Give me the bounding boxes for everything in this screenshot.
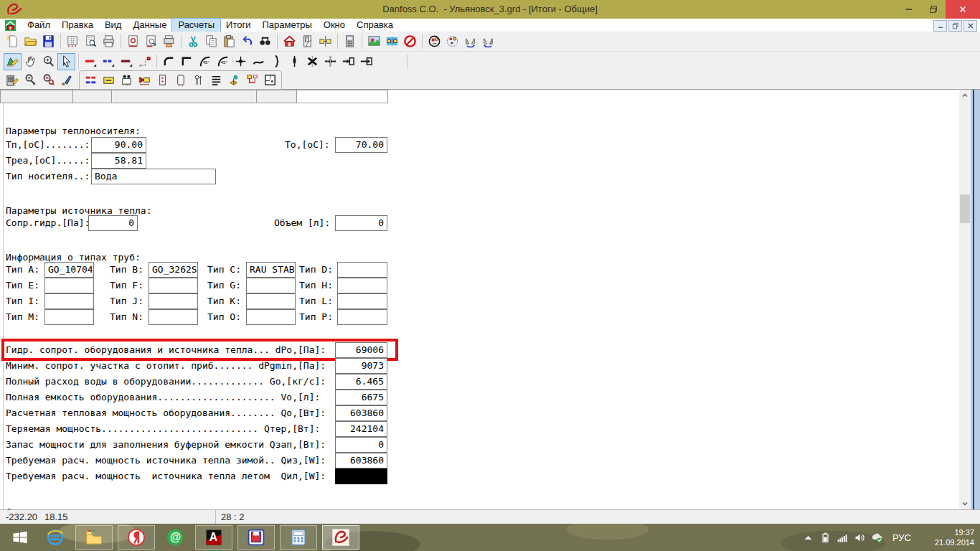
cloud-sync-icon[interactable]: [871, 532, 883, 544]
pipe-type-field-4[interactable]: [337, 262, 387, 278]
menu-item-2[interactable]: Правка: [56, 19, 99, 32]
valve-box-button[interactable]: [136, 72, 154, 89]
column-button[interactable]: [154, 72, 171, 89]
pipe-type-field-13[interactable]: [44, 309, 94, 325]
menu-item-1[interactable]: Файл: [22, 19, 56, 32]
taskbar-app-autocad[interactable]: A: [195, 525, 232, 550]
signal-icon[interactable]: [837, 532, 849, 544]
pan-button[interactable]: [22, 53, 39, 70]
result-value-1[interactable]: 69006: [335, 342, 387, 358]
pipe-type-field-16[interactable]: [337, 309, 387, 325]
connector-out-button[interactable]: [357, 53, 375, 70]
home-button[interactable]: [281, 33, 298, 50]
result-value-3[interactable]: 6.465: [335, 374, 387, 390]
print-area-button[interactable]: [160, 33, 178, 50]
start-button[interactable]: [4, 524, 36, 551]
doc-stamp-button[interactable]: [124, 33, 142, 50]
close-button[interactable]: [946, 0, 980, 19]
picture-button[interactable]: [365, 33, 383, 50]
room-button[interactable]: [261, 72, 279, 89]
pipe-type-field-6[interactable]: [149, 278, 198, 293]
pipe-type-field-15[interactable]: [246, 309, 296, 325]
mdi-restore-button[interactable]: [948, 20, 962, 32]
to-field[interactable]: 70.00: [335, 137, 387, 153]
delete-x-button[interactable]: [303, 53, 321, 70]
building-edit-button[interactable]: [4, 72, 22, 89]
curve-button[interactable]: [250, 53, 268, 70]
line-darkred-button[interactable]: [118, 53, 136, 70]
faucet-button[interactable]: [189, 72, 207, 89]
valve-3d-button[interactable]: [225, 72, 243, 89]
flip-horizontal-button[interactable]: [461, 33, 479, 50]
zoom-in-button[interactable]: [22, 72, 39, 89]
resistance-field[interactable]: 0: [88, 215, 138, 231]
radiator-button[interactable]: [118, 72, 136, 89]
taskbar-app-ie[interactable]: [40, 525, 70, 550]
arc-45-button[interactable]: 45°: [196, 53, 214, 70]
pipe-type-field-2[interactable]: GO_3262S: [149, 262, 198, 278]
menu-item-7[interactable]: Параметры: [256, 19, 317, 32]
undo-button[interactable]: [238, 33, 256, 50]
pipe-type-field-7[interactable]: [246, 278, 296, 293]
pipe-type-field-9[interactable]: [44, 293, 94, 309]
line-blue-dashed-button[interactable]: [100, 53, 118, 70]
result-value-8[interactable]: 603860: [335, 453, 387, 468]
pipe-type-field-5[interactable]: [44, 278, 94, 293]
scrollbar-thumb[interactable]: [960, 194, 970, 223]
find-button[interactable]: [256, 33, 274, 50]
scheme-cyan-button[interactable]: [383, 33, 401, 50]
speaker-icon[interactable]: [854, 532, 866, 544]
tp-field[interactable]: 90.00: [91, 137, 146, 153]
result-value-2[interactable]: 9073: [335, 358, 387, 374]
clock[interactable]: 19:37 21.09.2014: [935, 527, 974, 547]
taskbar-app-calculator-app[interactable]: [280, 525, 317, 550]
print-preview-button[interactable]: [82, 33, 100, 50]
exit-door-button[interactable]: [298, 33, 316, 50]
volume-field[interactable]: 0: [335, 215, 387, 231]
pipe-type-field-10[interactable]: [149, 293, 198, 309]
risers-button[interactable]: [82, 72, 100, 89]
taskbar-app-floppy-app[interactable]: [237, 525, 275, 550]
radiator-box-button[interactable]: [100, 72, 118, 89]
result-value-9[interactable]: [335, 468, 387, 484]
taskbar-app-danfoss[interactable]: [322, 525, 359, 550]
pipe-type-field-14[interactable]: [149, 309, 198, 325]
arc-button[interactable]: [160, 53, 178, 70]
battery-icon[interactable]: [819, 532, 831, 544]
taskbar-app-yandex[interactable]: [118, 525, 155, 550]
mdi-close-button[interactable]: [963, 20, 977, 32]
lines-button[interactable]: [207, 72, 225, 89]
restore-button[interactable]: [921, 0, 946, 19]
result-value-6[interactable]: 242104: [335, 421, 387, 437]
new-file-button[interactable]: [4, 33, 22, 50]
doc-search-button[interactable]: [142, 33, 160, 50]
menu-item-8[interactable]: Окно: [318, 19, 351, 32]
pipe-type-field-8[interactable]: [337, 278, 387, 293]
scroll-up-button[interactable]: [959, 90, 971, 101]
line-red-button[interactable]: [82, 53, 100, 70]
paste-button[interactable]: [220, 33, 238, 50]
line-dotted-button[interactable]: [136, 53, 154, 70]
arc-45-alt-button[interactable]: 45°: [214, 53, 232, 70]
brush-button[interactable]: [57, 72, 75, 89]
cancel-button[interactable]: [401, 33, 419, 50]
pipe-net-button[interactable]: [243, 72, 261, 89]
print-button[interactable]: [100, 33, 118, 50]
menu-item-3[interactable]: Вид: [99, 19, 128, 32]
pin-button[interactable]: [286, 53, 303, 70]
medium-field[interactable]: Вода: [91, 169, 216, 184]
copy-button[interactable]: [202, 33, 220, 50]
pipe-type-field-3[interactable]: RAU STAB: [246, 262, 296, 278]
flip-vertical-button[interactable]: [479, 33, 497, 50]
taskbar-app-mailru[interactable]: @: [160, 525, 190, 550]
wheel-button[interactable]: [425, 33, 443, 50]
valve-cross-button[interactable]: [232, 53, 250, 70]
bracket-button[interactable]: [268, 53, 286, 70]
menu-item-4[interactable]: Данные: [127, 19, 172, 32]
pipe-type-field-12[interactable]: [337, 293, 387, 309]
menu-item-9[interactable]: Справка: [351, 19, 399, 32]
menu-item-6[interactable]: Итоги: [220, 19, 256, 32]
save-button[interactable]: [39, 33, 57, 50]
wheel-dots-button[interactable]: [443, 33, 461, 50]
zoom-button[interactable]: [39, 53, 57, 70]
